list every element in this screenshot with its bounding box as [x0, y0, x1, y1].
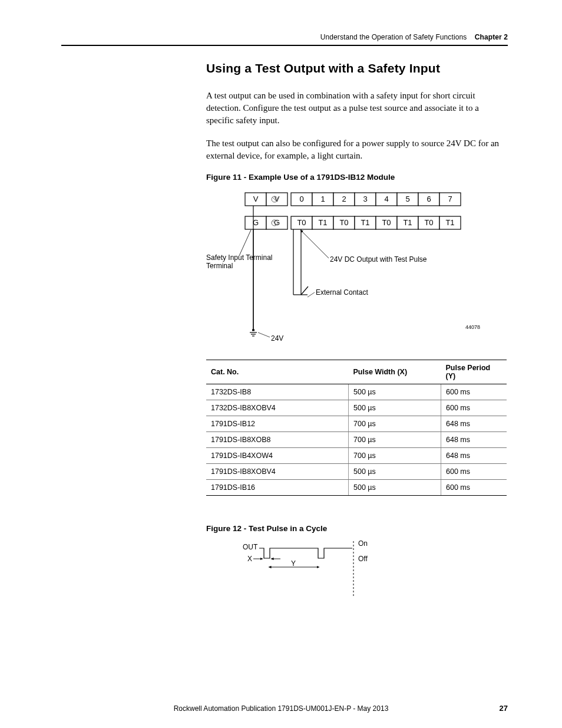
svg-text:2: 2 — [342, 195, 346, 203]
table-cell: 500 µs — [349, 480, 441, 496]
table-cell: 648 ms — [441, 448, 507, 464]
table-cell: 700 µs — [349, 432, 441, 448]
svg-line-42 — [300, 230, 329, 258]
table-cell: 700 µs — [349, 448, 441, 464]
running-head: Understand the Operation of Safety Funct… — [61, 33, 508, 41]
off-label: Off — [358, 555, 368, 563]
body-paragraph: A test output can be used in combination… — [206, 90, 507, 127]
figure-caption: Figure 12 - Test Pulse in a Cycle — [206, 524, 507, 533]
svg-text:T0: T0 — [297, 218, 306, 227]
24v-label: 24V — [271, 334, 283, 342]
table-cell: 600 ms — [441, 464, 507, 480]
svg-line-58 — [258, 332, 270, 337]
svg-text:V: V — [253, 195, 259, 203]
table-header: Pulse Period (Y) — [441, 360, 507, 384]
external-contact-label: External Contact — [316, 288, 368, 297]
header-rule — [61, 45, 508, 46]
chapter-label: Chapter 2 — [475, 33, 508, 41]
svg-text:Terminal: Terminal — [206, 262, 233, 270]
svg-text:4: 4 — [384, 195, 388, 203]
figure-11: VV01234567 GGT0T1T0T1T0T1T0T1 Safety Inp… — [206, 186, 507, 349]
table-cell: 1732DS-IB8 — [206, 384, 349, 400]
figure-docid: 44078 — [465, 324, 480, 330]
section-title: Using a Test Output with a Safety Input — [206, 61, 507, 75]
table-cell: 600 ms — [441, 480, 507, 496]
body-paragraph: The test output can also be configured f… — [206, 137, 507, 162]
table-cell: 500 µs — [349, 400, 441, 416]
svg-text:7: 7 — [448, 195, 452, 203]
table-cell: 1791DS-IB8XOBV4 — [206, 464, 349, 480]
svg-line-41 — [239, 230, 251, 256]
svg-text:T0: T0 — [424, 218, 433, 227]
running-title: Understand the Operation of Safety Funct… — [320, 33, 467, 41]
svg-text:0: 0 — [299, 195, 303, 203]
svg-text:T1: T1 — [445, 218, 454, 227]
svg-text:T1: T1 — [318, 218, 327, 227]
y-label: Y — [291, 559, 296, 568]
table-cell: 648 ms — [441, 432, 507, 448]
svg-text:T1: T1 — [361, 218, 369, 227]
page-number: 27 — [500, 704, 508, 713]
table-row: 1791DS-IB4XOW4700 µs648 ms — [206, 448, 507, 464]
svg-text:1: 1 — [320, 195, 325, 203]
table-row: 1732DS-IB8XOBV4500 µs600 ms — [206, 400, 507, 416]
svg-line-52 — [301, 286, 308, 295]
table-cell: 1791DS-IB12 — [206, 416, 349, 432]
safety-input-label: Safety Input Terminal — [206, 253, 273, 262]
table-cell: 500 µs — [349, 384, 441, 400]
table-row: 1791DS-IB8XOBV4500 µs600 ms — [206, 464, 507, 480]
table-cell: 1791DS-IB8XOB8 — [206, 432, 349, 448]
pulse-table: Cat. No. Pulse Width (X) Pulse Period (Y… — [206, 360, 507, 496]
svg-text:5: 5 — [405, 195, 409, 203]
on-label: On — [358, 539, 368, 548]
table-cell: 600 ms — [441, 400, 507, 416]
table-row: 1732DS-IB8500 µs600 ms — [206, 384, 507, 400]
table-header: Pulse Width (X) — [349, 360, 441, 384]
table-header: Cat. No. — [206, 360, 349, 384]
table-cell: 1732DS-IB8XOBV4 — [206, 400, 349, 416]
figure-12: OUT X Y On Off — [206, 538, 507, 611]
svg-text:6: 6 — [427, 195, 431, 203]
24vdc-label: 24V DC Output with Test Pulse — [330, 255, 427, 263]
table-row: 1791DS-IB8XOB8700 µs648 ms — [206, 432, 507, 448]
svg-line-53 — [308, 292, 315, 297]
figure-caption: Figure 11 - Example Use of a 1791DS-IB12… — [206, 173, 507, 182]
x-label: X — [247, 555, 252, 563]
table-row: 1791DS-IB16500 µs600 ms — [206, 480, 507, 496]
svg-text:T0: T0 — [382, 218, 391, 227]
svg-text:3: 3 — [363, 195, 367, 203]
out-label: OUT — [243, 543, 258, 551]
table-cell: 1791DS-IB4XOW4 — [206, 448, 349, 464]
footer-publication: Rockwell Automation Publication 1791DS-U… — [0, 704, 562, 713]
svg-text:T0: T0 — [339, 218, 348, 227]
svg-text:T1: T1 — [403, 218, 412, 227]
table-cell: 600 ms — [441, 384, 507, 400]
table-row: 1791DS-IB12700 µs648 ms — [206, 416, 507, 432]
table-cell: 648 ms — [441, 416, 507, 432]
table-cell: 1791DS-IB16 — [206, 480, 349, 496]
table-cell: 500 µs — [349, 464, 441, 480]
table-cell: 700 µs — [349, 416, 441, 432]
